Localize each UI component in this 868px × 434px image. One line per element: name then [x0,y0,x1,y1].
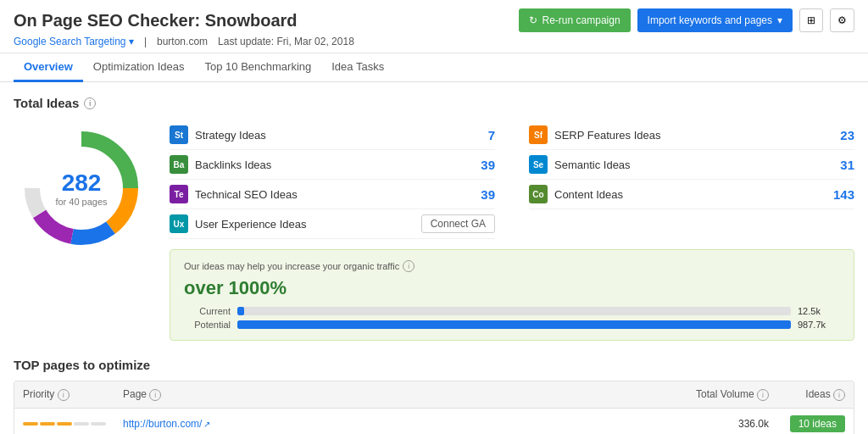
priority-bar [91,422,106,426]
traffic-info-icon[interactable]: i [403,260,415,272]
app-header: On Page SEO Checker: Snowboard ↻ Re-run … [0,0,868,82]
potential-bar-track [237,320,791,329]
google-targeting-link[interactable]: Google Search Targeting ▾ [14,36,134,47]
col-ideas: Ideas i [777,381,854,409]
idea-row-semantic: Se Semantic Ideas 31 [529,150,854,180]
tab-bar: Overview Optimization Ideas Top 10 Bench… [0,53,868,82]
tab-optimization-ideas[interactable]: Optimization Ideas [83,53,195,82]
table-row: http://burton.com/↗336.0k10 ideas [14,409,854,435]
priority-bar [57,422,72,426]
idea-row-serp: Sf SERP Features Ideas 23 [529,120,854,150]
strategy-label: Strategy Ideas [195,129,461,142]
serp-label: SERP Features Ideas [554,129,821,142]
content-badge: Co [529,185,548,203]
backlinks-badge: Ba [170,155,188,174]
strategy-count: 7 [468,128,495,142]
total-ideas-info-icon[interactable]: i [84,97,96,109]
import-keywords-button[interactable]: Import keywords and pages ▾ [637,8,793,32]
current-val: 12.5k [798,306,840,316]
technical-label: Technical SEO Ideas [195,188,461,201]
priority-bar [23,422,38,426]
current-label: Current [184,306,231,316]
header-actions: ↻ Re-run campaign Import keywords and pa… [519,8,854,32]
potential-val: 987.7k [798,320,840,330]
page-title: On Page SEO Checker: Snowboard [14,11,298,31]
content-label: Content Ideas [554,188,821,201]
current-bar-fill [237,307,244,315]
tab-idea-tasks[interactable]: Idea Tasks [321,53,394,82]
bar-row-potential: Potential 987.7k [184,320,840,330]
compare-button[interactable]: ⊞ [799,8,823,32]
main-content: Total Ideas i 282 for 40 pages [0,82,868,434]
ux-label: User Experience Ideas [195,218,415,231]
traffic-box: Our ideas may help you increase your org… [170,249,854,341]
idea-row-backlinks: Ba Backlinks Ideas 39 [170,150,495,180]
table-header-row: Priority i Page i Total Volume i Ideas i [14,381,854,409]
total-ideas-sublabel: for 40 pages [55,197,107,207]
donut-chart: 282 for 40 pages [14,120,149,256]
priority-bar [74,422,89,426]
rerun-campaign-button[interactable]: ↻ Re-run campaign [519,8,631,32]
top-pages-table-wrap: Priority i Page i Total Volume i Ideas i [14,381,854,434]
top-pages-table: Priority i Page i Total Volume i Ideas i [14,381,854,434]
overview-area: 282 for 40 pages St Strategy Ideas 7 Ba … [14,120,854,341]
settings-button[interactable]: ⚙ [830,8,854,32]
col-priority: Priority i [14,381,114,409]
volume-cell: 336.0k [676,409,777,435]
ideas-info-icon[interactable]: i [833,389,845,401]
priority-bar [40,422,55,426]
backlinks-label: Backlinks Ideas [195,159,461,171]
traffic-headline: Our ideas may help you increase your org… [184,260,840,272]
idea-row-technical: Te Technical SEO Ideas 39 [170,180,495,209]
external-link-icon: ↗ [203,420,210,429]
ideas-button[interactable]: 10 ideas [790,415,845,432]
page-info-icon[interactable]: i [149,389,161,401]
bar-row-current: Current 12.5k [184,306,840,316]
technical-count: 39 [468,187,495,202]
connect-ga-button[interactable]: Connect GA [421,214,495,233]
ux-badge: Ux [170,214,188,233]
potential-label: Potential [184,320,231,330]
current-bar-track [237,307,791,315]
priority-cell [14,409,114,435]
rerun-icon: ↻ [529,14,537,26]
semantic-label: Semantic Ideas [554,159,821,171]
tab-overview[interactable]: Overview [14,53,83,82]
idea-row-ux: Ux User Experience Ideas Connect GA [170,209,495,239]
top-pages-title: TOP pages to optimize [14,358,854,372]
top-pages-section: TOP pages to optimize Priority i Page i … [14,358,854,434]
last-update-label: Last update: Fri, Mar 02, 2018 [218,36,354,47]
col-volume: Total Volume i [676,381,777,409]
tab-top10-benchmarking[interactable]: Top 10 Benchmarking [195,53,322,82]
content-count: 143 [827,187,854,202]
potential-bar-fill [237,320,791,329]
technical-badge: Te [170,185,188,203]
total-ideas-count: 282 [55,170,107,197]
divider: | [144,36,147,47]
col-page: Page i [114,381,676,409]
semantic-badge: Se [529,155,548,174]
serp-badge: Sf [529,125,548,144]
idea-row-strategy: St Strategy Ideas 7 [170,120,495,150]
serp-count: 23 [827,128,854,142]
ideas-col-left: St Strategy Ideas 7 Ba Backlinks Ideas 3… [170,120,495,239]
traffic-bars: Current 12.5k Potential 987.7k [184,306,840,330]
semantic-count: 31 [827,158,854,172]
ideas-area: St Strategy Ideas 7 Ba Backlinks Ideas 3… [170,120,854,341]
backlinks-count: 39 [468,158,495,172]
idea-row-content: Co Content Ideas 143 [529,180,854,209]
total-ideas-section-title: Total Ideas i [14,96,854,110]
chevron-down-icon: ▾ [777,14,782,26]
volume-info-icon[interactable]: i [757,389,769,401]
priority-info-icon[interactable]: i [58,389,70,401]
donut-center: 282 for 40 pages [55,170,107,207]
traffic-percent: over 1000% [184,277,840,299]
domain-label: burton.com [157,36,208,47]
page-link[interactable]: http://burton.com/ [123,418,202,430]
strategy-badge: St [170,125,188,144]
ideas-col-right: Sf SERP Features Ideas 23 Se Semantic Id… [529,120,854,239]
page-cell: http://burton.com/↗ [114,409,676,435]
ideas-rows: St Strategy Ideas 7 Ba Backlinks Ideas 3… [170,120,854,239]
ideas-cell: 10 ideas [777,409,854,435]
